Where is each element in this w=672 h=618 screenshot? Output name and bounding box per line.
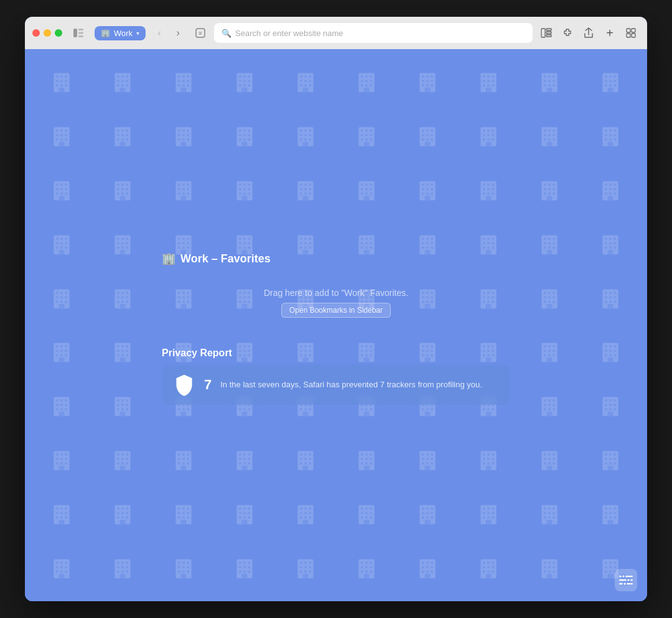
tab-overview-button[interactable] bbox=[622, 24, 640, 42]
svg-rect-955 bbox=[370, 512, 372, 514]
private-mode-icon[interactable]: ⌘ bbox=[192, 24, 209, 42]
svg-rect-1091 bbox=[486, 574, 492, 578]
new-tab-button[interactable]: + bbox=[601, 24, 618, 42]
svg-rect-169 bbox=[300, 129, 302, 132]
svg-rect-840 bbox=[361, 453, 363, 456]
svg-rect-778 bbox=[609, 404, 612, 407]
svg-rect-392 bbox=[300, 242, 302, 244]
maximize-button[interactable] bbox=[55, 29, 62, 37]
svg-rect-545 bbox=[553, 292, 555, 294]
search-icon: 🔍 bbox=[222, 29, 231, 38]
svg-rect-1062 bbox=[370, 561, 372, 564]
svg-rect-690 bbox=[121, 404, 124, 407]
svg-rect-316 bbox=[487, 188, 490, 190]
svg-rect-325 bbox=[553, 183, 555, 186]
svg-rect-737 bbox=[365, 408, 368, 411]
svg-rect-59 bbox=[300, 76, 302, 78]
svg-rect-782 bbox=[614, 408, 616, 411]
minimize-button[interactable] bbox=[44, 29, 51, 37]
building-pattern-icon bbox=[31, 164, 92, 218]
svg-rect-1080 bbox=[425, 574, 431, 578]
svg-rect-842 bbox=[370, 453, 372, 456]
svg-rect-1086 bbox=[487, 566, 490, 568]
svg-rect-858 bbox=[426, 463, 429, 465]
svg-rect-61 bbox=[309, 76, 311, 78]
svg-rect-433 bbox=[544, 238, 546, 240]
building-pattern-icon bbox=[31, 487, 92, 541]
svg-rect-813 bbox=[178, 463, 180, 465]
svg-rect-266 bbox=[181, 196, 187, 200]
building-pattern-icon bbox=[458, 109, 519, 164]
svg-rect-82 bbox=[426, 76, 429, 78]
svg-rect-359 bbox=[117, 242, 119, 244]
svg-rect-269 bbox=[243, 183, 246, 186]
svg-rect-1056 bbox=[304, 570, 307, 573]
svg-rect-1016 bbox=[117, 561, 119, 564]
svg-rect-1083 bbox=[487, 561, 490, 564]
svg-rect-767 bbox=[548, 404, 551, 407]
privacy-report-card[interactable]: 7 In the last seven days, Safari has pre… bbox=[162, 365, 510, 405]
svg-rect-238 bbox=[56, 188, 58, 190]
svg-rect-130 bbox=[65, 134, 67, 137]
svg-rect-571 bbox=[56, 354, 58, 357]
tab-overview-icon bbox=[626, 28, 636, 38]
tab-group[interactable]: 🏢 Work ▾ bbox=[95, 26, 146, 40]
svg-rect-998 bbox=[609, 512, 612, 514]
svg-rect-430 bbox=[492, 246, 494, 249]
svg-rect-176 bbox=[304, 139, 307, 141]
svg-rect-39 bbox=[187, 76, 189, 78]
svg-rect-175 bbox=[300, 139, 302, 141]
svg-rect-53 bbox=[248, 80, 250, 83]
customize-button[interactable] bbox=[615, 569, 637, 591]
svg-rect-105 bbox=[553, 76, 555, 78]
forward-button[interactable]: › bbox=[169, 24, 187, 42]
svg-rect-561 bbox=[609, 300, 612, 303]
svg-rect-384 bbox=[239, 246, 241, 249]
svg-rect-936 bbox=[248, 516, 250, 519]
svg-rect-412 bbox=[426, 238, 429, 240]
reader-view-button[interactable] bbox=[538, 24, 555, 42]
svg-rect-186 bbox=[361, 139, 363, 141]
svg-rect-363 bbox=[121, 246, 124, 249]
back-button[interactable]: ‹ bbox=[151, 24, 168, 42]
svg-rect-995 bbox=[609, 507, 612, 510]
tab-group-label: Work bbox=[114, 29, 133, 38]
svg-rect-804 bbox=[126, 463, 128, 465]
building-pattern-icon bbox=[336, 433, 397, 487]
svg-rect-51 bbox=[239, 80, 241, 83]
svg-rect-867 bbox=[492, 458, 494, 460]
building-pattern-icon bbox=[458, 541, 519, 595]
svg-rect-86 bbox=[431, 80, 433, 83]
svg-rect-106 bbox=[544, 80, 546, 83]
svg-rect-204 bbox=[492, 129, 494, 132]
svg-rect-761 bbox=[486, 412, 492, 416]
svg-rect-558 bbox=[609, 296, 612, 298]
svg-rect-781 bbox=[609, 408, 612, 411]
svg-rect-1064 bbox=[365, 566, 368, 568]
building-pattern-icon bbox=[458, 164, 519, 218]
building-pattern-icon bbox=[31, 433, 92, 487]
svg-rect-908 bbox=[126, 507, 128, 510]
open-bookmarks-button[interactable]: Open Bookmarks in Sidebar bbox=[281, 303, 391, 318]
svg-rect-1033 bbox=[178, 570, 180, 573]
close-button[interactable] bbox=[32, 29, 40, 37]
building-pattern-icon bbox=[458, 487, 519, 541]
svg-rect-834 bbox=[309, 458, 311, 460]
title-bar: 🏢 Work ▾ ‹ › ⌘ 🔍 Search or enter website… bbox=[25, 17, 647, 49]
svg-rect-868 bbox=[483, 463, 485, 465]
svg-rect-0 bbox=[73, 29, 77, 37]
svg-rect-901 bbox=[56, 516, 58, 519]
svg-rect-228 bbox=[609, 134, 612, 137]
svg-rect-27 bbox=[121, 76, 124, 78]
svg-rect-1001 bbox=[609, 516, 612, 519]
svg-rect-77 bbox=[365, 85, 368, 87]
svg-rect-837 bbox=[309, 463, 311, 465]
svg-rect-111 bbox=[553, 85, 555, 87]
extensions-button[interactable] bbox=[559, 24, 576, 42]
address-bar[interactable]: 🔍 Search or enter website name bbox=[214, 23, 533, 43]
building-pattern-icon bbox=[31, 325, 92, 379]
share-button[interactable] bbox=[580, 24, 597, 42]
favorites-section: 🏢 Work – Favorites Drag here to add to "… bbox=[162, 252, 510, 333]
svg-rect-1075 bbox=[426, 566, 429, 568]
sidebar-toggle-button[interactable] bbox=[70, 24, 87, 42]
